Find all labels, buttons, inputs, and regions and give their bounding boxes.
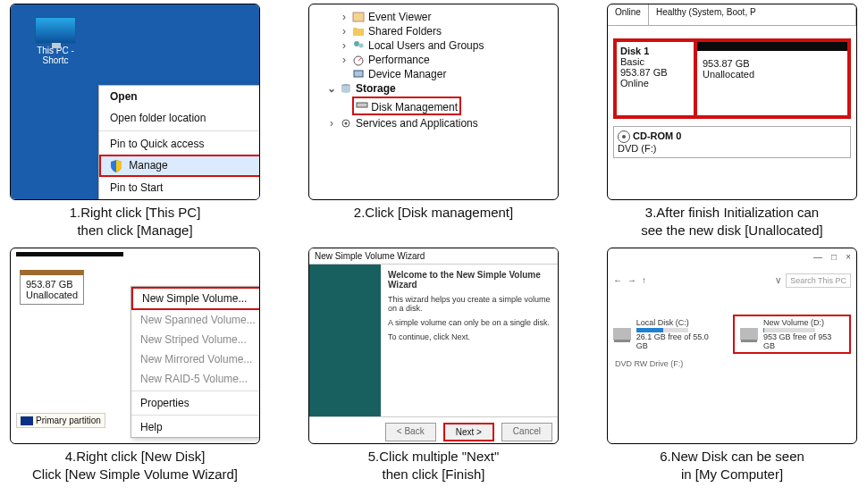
unallocated-volume[interactable]: 953.87 GB Unallocated (20, 270, 84, 305)
disk-1-row[interactable]: Disk 1 Basic 953.87 GB Online 953.87 GB … (613, 38, 851, 119)
tree-item-performance[interactable]: ›Performance (313, 53, 554, 67)
computer-icon (35, 17, 76, 44)
panel-6: — □ × ← → ↑ v Search This PC Local Disk … (607, 248, 857, 444)
back-button: < Back (385, 423, 436, 441)
shield-icon (110, 160, 122, 172)
unallocated-volume[interactable]: 953.87 GB Unallocated (697, 42, 847, 115)
search-input[interactable]: Search This PC (786, 273, 851, 288)
cdrom-icon (618, 130, 630, 143)
cancel-button[interactable]: Cancel (501, 423, 552, 441)
nav-back-icon[interactable]: ← (613, 275, 622, 285)
users-icon (352, 39, 365, 52)
svg-point-9 (345, 122, 348, 125)
drive-new-volume-d[interactable]: New Volume (D:) 953 GB free of 953 GB (733, 315, 851, 354)
svg-point-2 (359, 44, 364, 48)
icon-label: Shortc (23, 55, 88, 65)
drive-icon (740, 328, 758, 340)
volume-context-menu: New Simple Volume... New Spanned Volume.… (130, 286, 260, 438)
menu-item-manage[interactable]: Manage (99, 155, 260, 177)
event-viewer-icon (352, 11, 365, 23)
disk-management-icon (356, 98, 368, 111)
svg-rect-0 (353, 13, 364, 21)
panel-1: This PC - Shortc Open Open folder locati… (10, 4, 260, 200)
menu-item-new-striped-volume: New Striped Volume... (131, 330, 260, 349)
svg-rect-5 (354, 71, 363, 77)
disk-1-info: Disk 1 Basic 953.87 GB Online (617, 42, 697, 115)
cdrom-row[interactable]: CD-ROM 0 DVD (F:) (613, 126, 851, 158)
svg-point-1 (354, 41, 359, 46)
nav-up-icon[interactable]: ↑ (642, 275, 646, 285)
menu-item-new-spanned-volume: New Spanned Volume... (131, 310, 260, 330)
drive-icon (613, 328, 631, 340)
minimize-button[interactable]: — (813, 252, 822, 262)
next-button[interactable]: Next > (443, 423, 494, 441)
menu-item-open[interactable]: Open (99, 86, 260, 107)
svg-line-4 (358, 58, 361, 61)
folder-icon (352, 25, 365, 38)
wizard-title: New Simple Volume Wizard (309, 248, 558, 265)
tree-item-local-users[interactable]: ›Local Users and Groups (313, 38, 554, 53)
panel-5: New Simple Volume Wizard Welcome to the … (308, 248, 559, 444)
tree-item-shared-folders[interactable]: ›Shared Folders (313, 24, 554, 38)
context-menu: Open Open folder location Pin to Quick a… (98, 85, 260, 200)
legend-primary-partition: Primary partition (16, 413, 105, 428)
menu-item-new-raid5-volume: New RAID-5 Volume... (131, 369, 260, 389)
wizard-text: A simple volume can only be on a single … (388, 318, 551, 327)
drive-dvd[interactable]: DVD RW Drive (F:) (615, 359, 683, 368)
panel-3: Online Healthy (System, Boot, P Disk 1 B… (607, 4, 857, 200)
status-online-header: Online (608, 4, 649, 25)
wizard-sidebar-graphic (309, 265, 381, 416)
device-manager-icon (352, 68, 365, 80)
tree-item-event-viewer[interactable]: ›Event Viewer (313, 10, 554, 24)
tree-item-disk-management[interactable]: › Disk Management (313, 96, 554, 116)
wizard-text: This wizard helps you create a simple vo… (388, 295, 551, 313)
tree-item-device-manager[interactable]: Device Manager (313, 67, 554, 81)
menu-item-pin-quick-access[interactable]: Pin to Quick access (99, 133, 260, 155)
panel-4: 953.87 GB Unallocated New Simple Volume.… (10, 248, 260, 444)
nav-forward-icon[interactable]: → (627, 275, 636, 285)
panel-2: ›Event Viewer ›Shared Folders ›Local Use… (308, 4, 559, 200)
caption-4: 4.Right click [New Disk]Click [New Simpl… (32, 448, 238, 484)
menu-item-new-mirrored-volume: New Mirrored Volume... (131, 349, 260, 369)
wizard-text: To continue, click Next. (388, 332, 551, 341)
wizard-heading: Welcome to the New Simple Volume Wizard (388, 270, 551, 290)
tree-item-services[interactable]: ›Services and Applications (313, 116, 554, 130)
menu-item-open-location[interactable]: Open folder location (99, 107, 260, 129)
menu-item-new-simple-volume[interactable]: New Simple Volume... (131, 287, 260, 310)
caption-3: 3.After finish Initialization cansee the… (641, 204, 822, 240)
caption-6: 6.New Disk can be seenin [My Computer] (660, 448, 804, 484)
caption-5: 5.Click multiple "Next"then click [Finis… (368, 448, 500, 484)
menu-item-properties[interactable]: Properties (131, 393, 260, 413)
caption-2: 2.Click [Disk management] (354, 204, 513, 222)
close-button[interactable]: × (846, 252, 851, 262)
services-icon (340, 117, 352, 130)
caption-1: 1.Right click [This PC]then click [Manag… (70, 204, 201, 240)
storage-icon (340, 82, 352, 95)
status-healthy-header: Healthy (System, Boot, P (649, 4, 856, 25)
drive-local-c[interactable]: Local Disk (C:) 26.1 GB free of 55.0 GB (613, 315, 720, 354)
performance-icon (352, 54, 365, 66)
menu-item-help[interactable]: Help (131, 417, 260, 437)
menu-item-pin-start[interactable]: Pin to Start (99, 177, 260, 198)
maximize-button[interactable]: □ (831, 252, 837, 262)
tree-item-storage[interactable]: ⌄Storage (313, 81, 554, 96)
this-pc-shortcut[interactable]: This PC - Shortc (23, 17, 88, 65)
svg-rect-7 (357, 103, 367, 107)
